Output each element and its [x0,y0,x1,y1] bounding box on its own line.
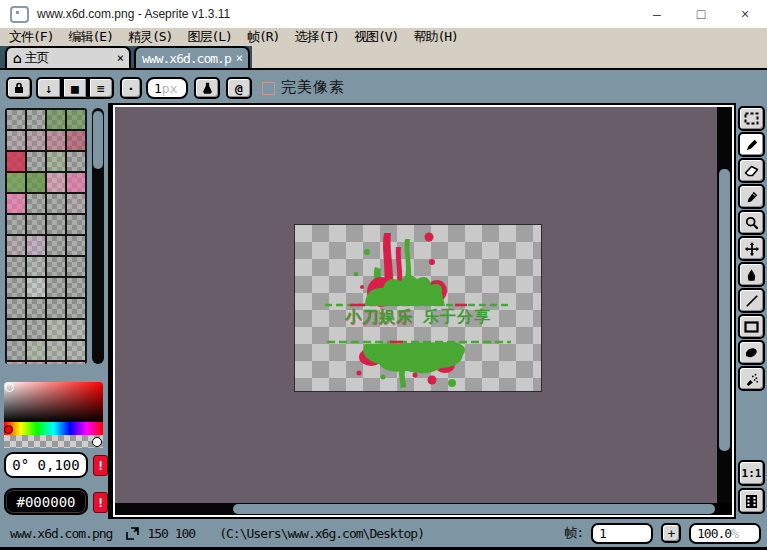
menu-view[interactable]: 视图(V) [348,28,404,46]
palette-swatch[interactable] [67,299,85,318]
palette-swatch[interactable] [47,257,65,276]
palette-scrollbar[interactable] [92,108,104,364]
menu-frame[interactable]: 帧(R) [241,28,285,46]
tab-home[interactable]: ⌂ 主页 × [5,46,131,68]
palette-swatch[interactable] [27,110,45,129]
palette-swatch[interactable] [27,194,45,213]
palette-swatch[interactable] [7,152,25,171]
hsv-warning-button[interactable]: ! [93,455,108,476]
tool-paint-bucket[interactable] [738,262,765,287]
ink-square-button[interactable]: ■ [62,77,88,99]
ink-button[interactable] [194,77,220,99]
tab-document[interactable]: www.x6d.com.p × [134,46,250,68]
palette-swatch[interactable] [67,173,85,192]
canvas-viewport[interactable]: 小刀娱乐乐于分享 [115,107,717,503]
palette-swatch[interactable] [7,320,25,339]
brush-type-button[interactable]: · [120,77,142,99]
palette-swatch[interactable] [47,362,65,364]
palette-swatch[interactable] [67,152,85,171]
tool-move[interactable] [738,236,765,261]
palette-swatch[interactable] [67,362,85,364]
vertical-scrollbar-thumb[interactable] [719,169,730,451]
tool-eraser[interactable] [738,158,765,183]
hue-knob[interactable] [4,425,13,434]
palette-swatch[interactable] [47,110,65,129]
ink-lines-button[interactable]: ≡ [88,77,114,99]
hex-warning-button[interactable]: ! [93,492,108,513]
tool-rectangle[interactable] [738,314,765,339]
palette-swatch[interactable] [47,278,65,297]
horizontal-scrollbar[interactable] [115,503,717,515]
tool-marquee[interactable] [738,106,765,131]
palette-scrollbar-thumb[interactable] [93,111,103,169]
menu-select[interactable]: 选择(T) [288,28,344,46]
zoom-1-1-button[interactable]: 1:1 [738,460,765,486]
brush-size-input[interactable]: 1px [146,77,188,99]
tool-pencil[interactable] [738,132,765,157]
menu-help[interactable]: 帮助(H) [407,28,463,46]
palette-swatch[interactable] [47,215,65,234]
palette-swatch[interactable] [7,110,25,129]
zoom-input[interactable]: 100.0% [689,523,761,544]
palette-swatch[interactable] [27,131,45,150]
palette-swatch[interactable] [67,110,85,129]
palette-swatch[interactable] [67,215,85,234]
horizontal-scrollbar-thumb[interactable] [233,504,715,514]
palette-swatch[interactable] [67,341,85,360]
pixel-perfect-label[interactable]: 完美像素 [281,78,345,97]
palette-swatch[interactable] [7,341,25,360]
maximize-button[interactable]: □ [679,0,723,28]
menu-edit[interactable]: 编辑(E) [62,28,118,46]
ink-simple-button[interactable]: ↓ [36,77,62,99]
palette-swatch[interactable] [7,257,25,276]
pixel-perfect-checkbox[interactable] [262,82,275,95]
menu-layer[interactable]: 图层(L) [181,28,237,46]
palette-swatch[interactable] [7,131,25,150]
palette-swatch[interactable] [7,173,25,192]
palette-swatch[interactable] [27,173,45,192]
palette-swatch[interactable] [47,341,65,360]
tool-line[interactable] [738,288,765,313]
palette-swatch[interactable] [47,152,65,171]
palette-swatch[interactable] [67,131,85,150]
palette-swatch[interactable] [7,194,25,213]
lock-button[interactable] [6,77,32,99]
frame-input[interactable]: 1 [591,523,653,544]
hex-value-field[interactable]: #000000 [4,488,88,515]
new-frame-button[interactable]: + [661,523,681,543]
palette-swatch[interactable] [67,320,85,339]
palette-swatch[interactable] [67,278,85,297]
tool-contour[interactable] [738,340,765,365]
alpha-knob[interactable] [92,437,102,447]
palette-swatch[interactable] [67,236,85,255]
palette-swatch[interactable] [27,236,45,255]
dynamics-button[interactable]: @ [226,77,252,99]
palette-swatch[interactable] [27,257,45,276]
tab-home-close-icon[interactable]: × [117,51,123,65]
menu-file[interactable]: 文件(F) [3,28,59,46]
palette-swatch[interactable] [7,278,25,297]
palette-swatch[interactable] [27,215,45,234]
sv-knob[interactable] [5,383,14,392]
sprite-canvas[interactable]: 小刀娱乐乐于分享 [294,224,542,392]
tool-eyedropper[interactable] [738,184,765,209]
palette-swatch[interactable] [27,320,45,339]
palette-swatch[interactable] [27,278,45,297]
hue-slider[interactable] [4,422,103,435]
palette-swatch[interactable] [47,299,65,318]
palette-swatch[interactable] [47,173,65,192]
tool-zoom[interactable] [738,210,765,235]
palette-swatch[interactable] [7,299,25,318]
palette-swatch[interactable] [47,131,65,150]
palette-swatch[interactable] [27,362,45,364]
palette-swatch[interactable] [47,194,65,213]
menu-sprite[interactable]: 精灵(S) [122,28,178,46]
palette-swatch[interactable] [7,236,25,255]
saturation-value-picker[interactable] [4,382,103,422]
tab-document-close-icon[interactable]: × [236,51,242,65]
palette-swatch[interactable] [47,320,65,339]
vertical-scrollbar[interactable] [717,107,732,503]
palette-swatch[interactable] [7,362,25,364]
palette-swatch[interactable] [67,257,85,276]
palette-swatch[interactable] [27,299,45,318]
